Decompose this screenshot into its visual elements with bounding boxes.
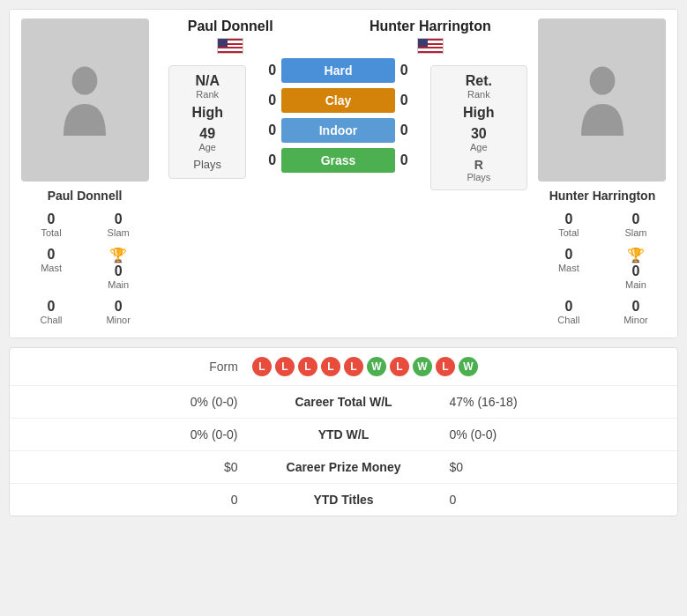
right-player-name: Hunter Harrington <box>549 189 656 203</box>
left-player-header: Paul Donnell <box>177 19 283 58</box>
right-us-flag <box>417 38 444 54</box>
grass-right-score: 0 <box>400 152 427 168</box>
left-minor-stat: 0 Minor <box>86 295 151 329</box>
ytd-wl-right: 0% (0-0) <box>432 427 678 442</box>
indoor-right-score: 0 <box>400 122 427 138</box>
hard-left-score: 0 <box>250 63 276 78</box>
bottom-stats-section: Form L L L L L W L W L W 0% (0-0) Career… <box>9 347 678 516</box>
right-trophy-icon: 🏆 <box>627 248 645 263</box>
left-slam-stat: 0 Slam <box>86 208 151 241</box>
hard-badge: Hard <box>281 58 395 83</box>
left-rank-label: Rank <box>176 89 238 100</box>
left-total-stat: 0 Total <box>19 208 84 241</box>
clay-right-score: 0 <box>400 93 427 108</box>
surface-row-grass: 0 Grass 0 <box>250 148 427 173</box>
right-rank-panel: Ret. Rank High 30 Age R Plays <box>430 65 527 190</box>
prize-money-right: $0 <box>432 460 678 474</box>
hard-right-score: 0 <box>400 63 427 78</box>
right-mast-stat: 0 Mast <box>536 243 601 293</box>
surface-row-hard: 0 Hard 0 <box>250 58 427 83</box>
players-section: Paul Donnell 0 Total 0 Slam 0 Mast 🏆 0 <box>9 9 678 338</box>
left-plays-label: Plays <box>176 158 238 171</box>
form-label: Form <box>209 360 238 374</box>
right-header-name: Hunter Harrington <box>351 19 510 34</box>
left-flag <box>177 38 283 58</box>
left-high-value: High <box>176 105 238 121</box>
player-left-card: Paul Donnell 0 Total 0 Slam 0 Mast 🏆 0 <box>10 10 160 338</box>
career-total-row: 0% (0-0) Career Total W/L 47% (16-18) <box>10 386 677 419</box>
left-chall-stat: 0 Chall <box>19 295 84 329</box>
clay-left-score: 0 <box>250 93 276 108</box>
form-badge-5: L <box>344 357 363 376</box>
form-badge-6: W <box>367 357 386 376</box>
form-badge-9: L <box>436 357 455 376</box>
right-age-label: Age <box>438 142 519 152</box>
right-chall-stat: 0 Chall <box>536 295 601 329</box>
career-total-label: Career Total W/L <box>256 395 432 409</box>
left-header-name: Paul Donnell <box>177 19 283 34</box>
left-mast-stat: 0 Mast <box>19 243 84 293</box>
left-age-value: 49 <box>176 126 238 142</box>
form-badge-3: L <box>298 357 317 376</box>
left-player-stats: 0 Total 0 Slam 0 Mast 🏆 0 Main 0 <box>19 208 151 329</box>
prize-money-row: $0 Career Prize Money $0 <box>10 451 677 484</box>
ytd-titles-row: 0 YTD Titles 0 <box>10 484 677 516</box>
ytd-titles-left: 0 <box>10 493 256 507</box>
right-total-stat: 0 Total <box>536 208 601 241</box>
ytd-wl-label: YTD W/L <box>256 427 432 442</box>
left-player-avatar <box>21 19 149 182</box>
form-badge-4: L <box>321 357 340 376</box>
indoor-badge: Indoor <box>281 118 395 143</box>
left-rank-panel: N/A Rank High 49 Age Plays <box>168 65 246 179</box>
middle-panel: Paul Donnell Hunter Harrington N/A <box>160 10 527 338</box>
indoor-left-score: 0 <box>250 122 276 138</box>
prize-money-label: Career Prize Money <box>256 460 432 474</box>
surface-scores: 0 Hard 0 0 Clay 0 0 Indoor 0 <box>246 58 430 178</box>
career-total-left: 0% (0-0) <box>10 395 256 409</box>
ytd-wl-row: 0% (0-0) YTD W/L 0% (0-0) <box>10 419 677 451</box>
prize-money-left: $0 <box>10 460 256 474</box>
right-player-stats: 0 Total 0 Slam 0 Mast 🏆 0 Main 0 <box>536 208 668 329</box>
ytd-wl-left: 0% (0-0) <box>10 427 256 442</box>
right-flag <box>351 38 510 58</box>
surface-row-indoor: 0 Indoor 0 <box>250 118 427 143</box>
main-container: Paul Donnell 0 Total 0 Slam 0 Mast 🏆 0 <box>0 0 687 525</box>
grass-left-score: 0 <box>250 152 276 168</box>
right-player-avatar <box>538 19 666 182</box>
left-us-flag <box>217 38 243 54</box>
svg-point-1 <box>590 66 616 94</box>
left-rank-value: N/A <box>176 73 238 89</box>
left-player-name: Paul Donnell <box>48 189 123 203</box>
right-player-header: Hunter Harrington <box>351 19 510 58</box>
stats-table: 0% (0-0) Career Total W/L 47% (16-18) 0%… <box>10 386 677 516</box>
ytd-titles-label: YTD Titles <box>256 493 432 507</box>
right-plays-sublabel: Plays <box>438 172 519 182</box>
ytd-titles-right: 0 <box>432 493 678 507</box>
form-badge-2: L <box>275 357 295 376</box>
right-high-value: High <box>438 105 519 121</box>
career-total-right: 47% (16-18) <box>432 395 678 409</box>
grass-badge: Grass <box>281 148 395 173</box>
left-age-label: Age <box>176 142 238 152</box>
form-badge-7: L <box>390 357 409 376</box>
right-minor-stat: 0 Minor <box>603 295 668 329</box>
surface-row-clay: 0 Clay 0 <box>250 88 427 113</box>
right-plays-value: R <box>438 158 519 172</box>
form-badge-10: W <box>459 357 478 376</box>
right-trophy-main-stat: 🏆 0 Main <box>603 243 668 293</box>
left-trophy-icon: 🏆 <box>109 248 127 263</box>
player-headers: Paul Donnell Hunter Harrington <box>160 10 527 58</box>
form-badges: L L L L L W L W L W <box>252 357 478 376</box>
left-trophy-main-stat: 🏆 0 Main <box>86 243 151 293</box>
form-badge-1: L <box>252 357 272 376</box>
right-age-value: 30 <box>438 126 519 142</box>
right-slam-stat: 0 Slam <box>603 208 668 241</box>
form-badge-8: W <box>413 357 432 376</box>
middle-body: N/A Rank High 49 Age Plays 0 Hard 0 <box>160 58 527 338</box>
svg-point-0 <box>72 66 98 94</box>
clay-badge: Clay <box>281 88 395 113</box>
right-ret-value: Ret. <box>438 73 519 89</box>
form-row: Form L L L L L W L W L W <box>10 348 677 386</box>
right-rank-label: Rank <box>438 89 519 100</box>
player-right-card: Hunter Harrington 0 Total 0 Slam 0 Mast … <box>527 10 677 338</box>
